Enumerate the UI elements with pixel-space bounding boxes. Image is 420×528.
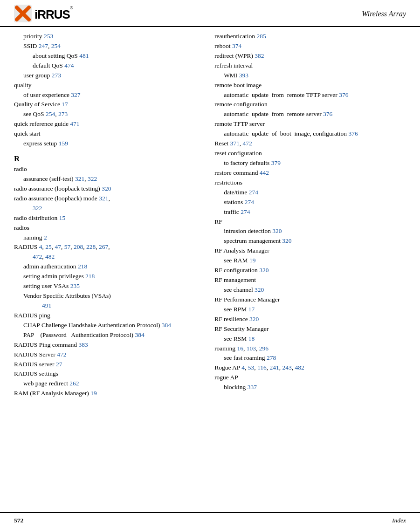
list-item: quality (14, 81, 200, 90)
right-column: reauthentication 285 reboot 374 redirect… (210, 32, 406, 398)
list-item: web page redirect 262 (14, 379, 200, 389)
list-item: RF (214, 217, 406, 227)
list-item: about setting QoS 481 (14, 51, 200, 61)
footer-section-label: Index (392, 517, 406, 524)
list-item: roaming 16, 103, 296 (214, 344, 406, 354)
list-item: RADIUS Ping command 383 (14, 340, 200, 350)
list-item: date/time 274 (214, 188, 406, 198)
svg-text:®: ® (70, 6, 73, 10)
logo: iRRUS ® (14, 5, 75, 23)
page-footer: 572 Index (0, 512, 420, 528)
list-item: see QoS 254, 273 (14, 110, 200, 119)
list-item: see channel 320 (214, 285, 406, 295)
section-letter-r: R (14, 154, 200, 164)
list-item: Quality of Service 17 (14, 100, 200, 110)
list-item: remote configuration (214, 100, 406, 110)
list-item: stations 274 (214, 198, 406, 207)
list-item: express setup 159 (14, 139, 200, 149)
xirrus-logo-svg: iRRUS ® (14, 5, 75, 23)
list-item: rogue AP (214, 373, 406, 383)
list-item: RF Analysis Manager (214, 246, 406, 256)
footer-page-number: 572 (14, 517, 23, 524)
list-item: RADIUS settings (14, 369, 200, 379)
list-item: remote boot image (214, 81, 406, 90)
content-area: priority 253 SSID 247, 254 about setting… (0, 27, 420, 398)
list-item: RADIUS Server 472 (14, 350, 200, 360)
list-item: RF management (214, 275, 406, 285)
page-wrapper: iRRUS ® Wireless Array priority 253 SSID… (0, 0, 420, 398)
list-item: see fast roaming 278 (214, 353, 406, 363)
list-item: RF resilience 320 (214, 315, 406, 324)
list-item: priority 253 (14, 32, 200, 41)
list-item: restrictions (214, 178, 406, 188)
list-item: redirect (WPR) 382 (214, 51, 406, 61)
list-item: PAP (Password Authentication Protocol) 3… (14, 330, 186, 340)
section-r-header: R (14, 154, 200, 164)
list-item: Vendor Specific Attributes (VSAs) (14, 291, 200, 301)
list-item: setting admin privileges 218 (14, 272, 200, 281)
list-item: 491 (14, 301, 200, 311)
list-item: SSID 247, 254 (14, 41, 200, 51)
list-item: RADIUS server 27 (14, 360, 200, 370)
svg-text:iRRUS: iRRUS (34, 7, 70, 21)
list-item: traffic 274 (214, 207, 406, 217)
header-title: Wireless Array (362, 10, 406, 18)
list-item: 322 (14, 204, 200, 213)
list-item: reset configuration (214, 149, 406, 158)
list-item: reauthentication 285 (214, 32, 406, 41)
list-item: Reset 371, 472 (214, 139, 406, 149)
list-item: radio assurance (loopback) mode 321, (14, 194, 200, 204)
list-item: remote TFTP server (214, 119, 406, 129)
list-item: 472, 482 (14, 252, 200, 262)
list-item: default QoS 474 (14, 61, 200, 71)
list-item: blocking 337 (214, 383, 406, 392)
list-item: RF Security Manager (214, 324, 406, 334)
logo-area: iRRUS ® (14, 5, 75, 23)
list-item: of user experience 327 (14, 90, 200, 100)
list-item: intrusion detection 320 (214, 226, 406, 236)
list-item: automatic update from remote server 376 (214, 110, 406, 119)
list-item: quick reference guide 471 (14, 119, 200, 129)
list-item: refresh interval (214, 61, 406, 71)
list-item: radios (14, 223, 200, 233)
list-item: automatic update of boot image, configur… (214, 129, 406, 139)
left-column: priority 253 SSID 247, 254 about setting… (14, 32, 210, 398)
list-item: to factory defaults 379 (214, 158, 406, 168)
list-item: user group 273 (14, 71, 200, 81)
list-item: automatic update from remote TFTP server… (214, 90, 406, 100)
list-item: WMI 393 (214, 71, 406, 81)
list-item: admin authentication 218 (14, 262, 200, 272)
list-item: radio assurance (loopback testing) 320 (14, 184, 200, 194)
list-item: radio distribution 15 (14, 213, 200, 223)
list-item: CHAP Challenge Handshake Au­thentication… (14, 321, 186, 330)
list-item: naming 2 (14, 233, 200, 243)
list-item: RADIUS ping (14, 311, 200, 321)
list-item: see RPM 17 (214, 305, 406, 315)
list-item: assurance (self-test) 321, 322 (14, 174, 200, 184)
list-item: restore command 442 (214, 168, 406, 178)
list-item: radio (14, 165, 200, 174)
list-item: reboot 374 (214, 41, 406, 51)
list-item: see RSM 18 (214, 334, 406, 344)
list-item: RAM (RF Analysis Manager) 19 (14, 389, 200, 398)
list-item: RADIUS 4, 25, 47, 57, 208, 228, 267, (14, 242, 200, 252)
list-item: setting user VSAs 235 (14, 281, 200, 291)
list-item: spectrum management 320 (214, 236, 406, 246)
list-item: quick start (14, 129, 200, 139)
list-item: see RAM 19 (214, 256, 406, 266)
page-header: iRRUS ® Wireless Array (0, 0, 420, 27)
list-item: Rogue AP 4, 53, 116, 241, 243, 482 (214, 363, 406, 373)
list-item: RF configuration 320 (214, 266, 406, 275)
list-item: RF Performance Manager (214, 295, 406, 305)
